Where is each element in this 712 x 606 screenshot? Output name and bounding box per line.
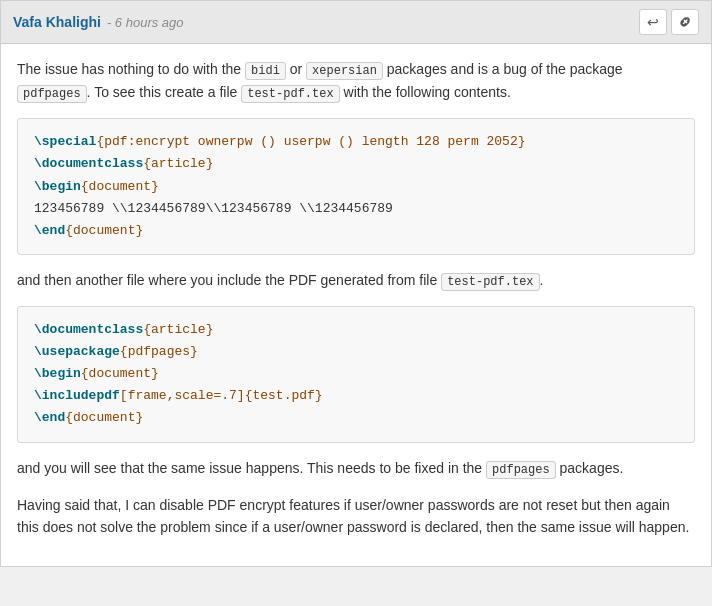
inline-code-pdfpages1: pdfpages: [17, 85, 87, 103]
code-line-1: \special{pdf:encrypt ownerpw () userpw (…: [34, 131, 678, 153]
prose3-text1: and you will see that the same issue hap…: [17, 460, 486, 476]
prose1-text5: with the following contents.: [340, 84, 511, 100]
prose2-text1: and then another file where you include …: [17, 272, 441, 288]
prose-4: Having said that, I can disable PDF encr…: [17, 494, 695, 539]
inline-code-testpdftex2: test-pdf.tex: [441, 273, 539, 291]
code1-line5-kw: \end: [34, 223, 65, 238]
code2-line-4: \includepdf[frame,scale=.7]{test.pdf}: [34, 385, 678, 407]
code2-line1-kw: \documentclass: [34, 322, 143, 337]
code1-line2-arg: {article}: [143, 156, 213, 171]
code1-line5-arg: {document}: [65, 223, 143, 238]
code1-line2-kw: \documentclass: [34, 156, 143, 171]
prose-2: and then another file where you include …: [17, 269, 695, 292]
inline-code-testpdftex: test-pdf.tex: [241, 85, 339, 103]
code2-line3-arg: {document}: [81, 366, 159, 381]
code2-line1-arg: {article}: [143, 322, 213, 337]
link-icon: [678, 15, 692, 29]
code-block-1: \special{pdf:encrypt ownerpw () userpw (…: [17, 118, 695, 254]
inline-code-xepersian: xepersian: [306, 62, 383, 80]
inline-code-pdfpages2: pdfpages: [486, 461, 556, 479]
code1-line3-arg: {document}: [81, 179, 159, 194]
code1-line3-kw: \begin: [34, 179, 81, 194]
code2-line5-arg: {document}: [65, 410, 143, 425]
code1-line1-arg: {pdf:encrypt ownerpw () userpw () length…: [96, 134, 525, 149]
comment-card: Vafa Khalighi - 6 hours ago ↩ The issue …: [0, 0, 712, 567]
code2-line4-arg: [frame,scale=.7]{test.pdf}: [120, 388, 323, 403]
comment-header: Vafa Khalighi - 6 hours ago ↩: [1, 1, 711, 44]
prose-3: and you will see that the same issue hap…: [17, 457, 695, 480]
code-line-5: \end{document}: [34, 220, 678, 242]
code2-line2-kw: \usepackage: [34, 344, 120, 359]
prose1-text1: The issue has nothing to do with the: [17, 61, 245, 77]
author-info: Vafa Khalighi - 6 hours ago: [13, 14, 184, 30]
code2-line-2: \usepackage{pdfpages}: [34, 341, 678, 363]
inline-code-bidi: bidi: [245, 62, 286, 80]
code2-line-3: \begin{document}: [34, 363, 678, 385]
code1-line1-kw: \special: [34, 134, 96, 149]
author-name: Vafa Khalighi: [13, 14, 101, 30]
timestamp: - 6 hours ago: [107, 15, 184, 30]
code2-line4-kw: \includepdf: [34, 388, 120, 403]
prose3-text2: packages.: [556, 460, 624, 476]
code2-line-1: \documentclass{article}: [34, 319, 678, 341]
code-line-2: \documentclass{article}: [34, 153, 678, 175]
comment-content: The issue has nothing to do with the bid…: [1, 44, 711, 566]
code-block-2: \documentclass{article} \usepackage{pdfp…: [17, 306, 695, 442]
prose1-text3: packages and is a bug of the package: [383, 61, 623, 77]
reply-button[interactable]: ↩: [639, 9, 667, 35]
code2-line3-kw: \begin: [34, 366, 81, 381]
prose1-text4: . To see this create a file: [87, 84, 242, 100]
code-line-4: 123456789 \\1234456789\\123456789 \\1234…: [34, 198, 678, 220]
prose2-text2: .: [540, 272, 544, 288]
link-button[interactable]: [671, 9, 699, 35]
prose-1: The issue has nothing to do with the bid…: [17, 58, 695, 104]
code2-line-5: \end{document}: [34, 407, 678, 429]
code2-line2-arg: {pdfpages}: [120, 344, 198, 359]
code2-line5-kw: \end: [34, 410, 65, 425]
action-buttons: ↩: [639, 9, 699, 35]
code-line-3: \begin{document}: [34, 176, 678, 198]
prose1-text2: or: [286, 61, 306, 77]
